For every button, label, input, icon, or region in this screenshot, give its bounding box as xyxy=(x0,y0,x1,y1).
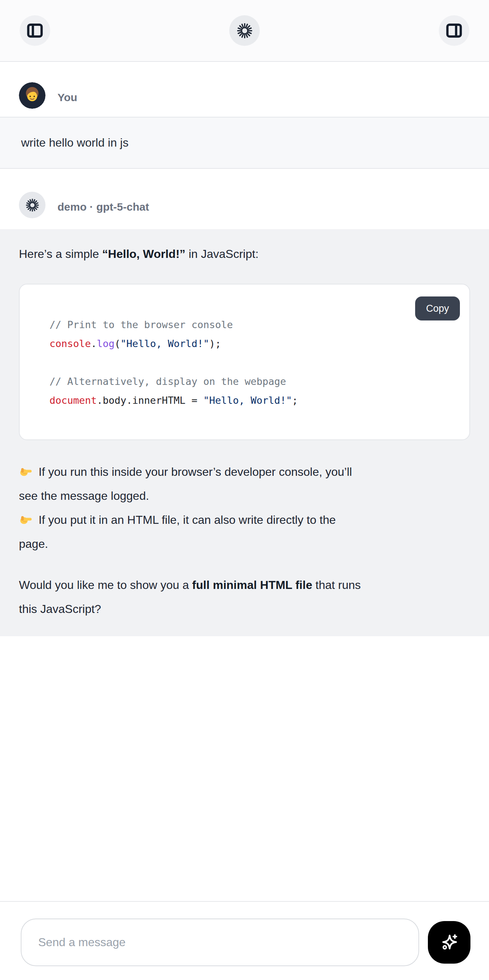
pointing-right-emoji-icon xyxy=(19,512,32,526)
sparkle-icon xyxy=(438,931,461,954)
assistant-message-body: Here’s a simple “Hello, World!” in JavaS… xyxy=(0,229,489,636)
composer xyxy=(0,901,489,980)
assistant-message-group: demo · gpt-5-chat Here’s a simple “Hello… xyxy=(0,169,489,636)
chat-scroll-area: You write hello world in js demo · gpt-5… xyxy=(0,62,489,901)
starburst-icon xyxy=(25,198,40,212)
assistant-message-header: demo · gpt-5-chat xyxy=(0,169,489,229)
model-button[interactable] xyxy=(229,15,260,46)
sidebar-toggle-button[interactable] xyxy=(20,15,50,46)
assistant-tips-text: If you run this inside your browser’s de… xyxy=(19,460,470,556)
right-panel-toggle-button[interactable] xyxy=(439,15,469,46)
message-input[interactable] xyxy=(21,918,419,966)
user-avatar xyxy=(19,82,46,109)
send-button[interactable] xyxy=(428,921,470,964)
person-emoji-icon xyxy=(19,82,46,109)
copy-button[interactable]: Copy xyxy=(415,296,460,320)
top-bar xyxy=(0,0,489,62)
code-block: Copy // Print to the browser consolecons… xyxy=(19,284,470,440)
starburst-icon xyxy=(236,22,253,39)
code-content: // Print to the browser consoleconsole.l… xyxy=(49,315,455,410)
panel-right-icon xyxy=(445,21,463,40)
panel-left-icon xyxy=(26,21,44,40)
user-message-text: write hello world in js xyxy=(21,136,129,150)
assistant-intro-text: Here’s a simple “Hello, World!” in JavaS… xyxy=(19,242,470,266)
user-message-bubble: write hello world in js xyxy=(0,117,489,169)
user-message-header: You xyxy=(0,62,489,117)
user-sender-name: You xyxy=(57,91,77,109)
pointing-right-emoji-icon xyxy=(19,465,32,478)
assistant-sender-name: demo · gpt-5-chat xyxy=(57,201,149,218)
user-message-group: You write hello world in js xyxy=(0,62,489,169)
assistant-avatar xyxy=(19,192,46,218)
assistant-question-text: Would you like me to show you a full min… xyxy=(19,573,470,621)
